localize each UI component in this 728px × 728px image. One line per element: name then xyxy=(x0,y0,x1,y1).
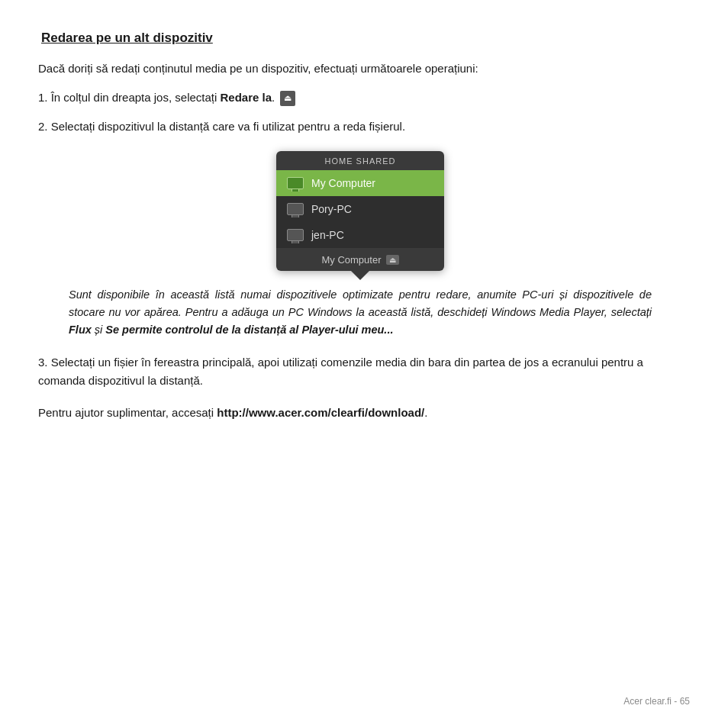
step-2-text: 2. Selectați dispozitivul la distanță ca… xyxy=(38,120,405,133)
note-text-mid: și xyxy=(92,324,106,336)
step-3-number: 3. xyxy=(38,356,48,369)
step-2-number: 2. xyxy=(38,120,48,133)
computer-icon-pory xyxy=(287,203,304,215)
step-1-post: . xyxy=(272,91,275,104)
steps-list: 1. În colțul din dreapta jos, selectați … xyxy=(38,89,682,136)
step-2: 2. Selectați dispozitivul la distanță ca… xyxy=(38,118,682,136)
note-bold2: Se permite controlul de la distanță al P… xyxy=(105,324,393,336)
footer-link[interactable]: http://www.acer.com/clearfi/download/ xyxy=(217,406,424,419)
step-3: 3. Selectați un fișier în fereastra prin… xyxy=(38,353,682,390)
step-2-body: Selectați dispozitivul la distanță care … xyxy=(51,120,405,133)
steps-list-2: 3. Selectați un fișier în fereastra prin… xyxy=(38,353,682,390)
popup-item-label-1: My Computer xyxy=(311,177,375,189)
step-1: 1. În colțul din dreapta jos, selectați … xyxy=(38,89,682,107)
popup-item-jen-pc[interactable]: jen-PC xyxy=(276,222,444,248)
step-1-bold: Redare la xyxy=(220,91,272,104)
footer-before: Pentru ajutor suplimentar, accesați xyxy=(38,406,217,419)
footer-icon: ⏏ xyxy=(386,255,399,265)
popup-item-label-3: jen-PC xyxy=(311,229,344,241)
popup-item-pory-pc[interactable]: Pory-PC xyxy=(276,196,444,222)
device-popup: HOME SHARED My Computer Pory-PC jen-PC M… xyxy=(276,151,444,271)
page-title: Redarea pe un alt dispozitiv xyxy=(38,31,682,46)
note-bold1: Flux xyxy=(69,324,92,336)
step-3-text: 3. Selectați un fișier în fereastra prin… xyxy=(38,356,643,387)
step-1-pre: În colțul din dreapta jos, selectați xyxy=(51,91,221,104)
footer-label: My Computer xyxy=(321,254,381,266)
note-text-before: Sunt disponibile în această listă numai … xyxy=(69,288,652,318)
step-1-text: 1. În colțul din dreapta jos, selectați … xyxy=(38,91,295,104)
page-number: Acer clear.fi - 65 xyxy=(623,696,690,707)
footer-after: . xyxy=(424,406,427,419)
popup-header: HOME SHARED xyxy=(276,151,444,170)
intro-text: Dacă doriți să redați conținutul media p… xyxy=(38,60,682,78)
play-to-icon: ⏏ xyxy=(280,91,295,106)
footer-text: Pentru ajutor suplimentar, accesați http… xyxy=(38,404,682,422)
computer-icon-jen xyxy=(287,229,304,241)
popup-footer: My Computer ⏏ xyxy=(276,248,444,271)
popup-item-label-2: Pory-PC xyxy=(311,203,352,215)
popup-wrapper: HOME SHARED My Computer Pory-PC jen-PC M… xyxy=(38,151,682,271)
note-text: Sunt disponibile în această listă numai … xyxy=(69,286,652,340)
popup-items-list: My Computer Pory-PC jen-PC xyxy=(276,170,444,248)
popup-item-my-computer[interactable]: My Computer xyxy=(276,170,444,196)
popup-tail xyxy=(351,271,369,280)
step-1-number: 1. xyxy=(38,91,48,104)
computer-icon-active xyxy=(287,177,304,189)
step-3-body: Selectați un fișier în fereastra princip… xyxy=(38,356,643,387)
